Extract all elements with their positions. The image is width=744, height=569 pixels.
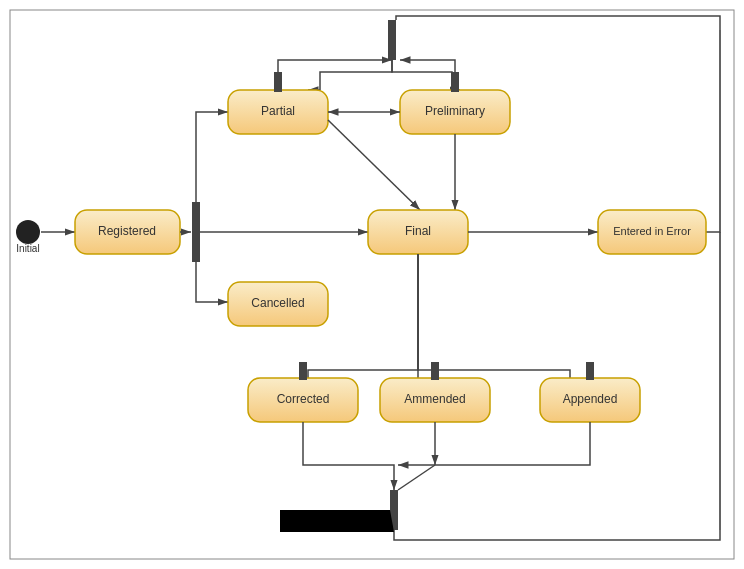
initial-label: Initial bbox=[16, 243, 39, 254]
label-entered-in-error: Entered in Error bbox=[613, 225, 691, 237]
tick-corrected bbox=[299, 362, 307, 380]
arrow-appended-bar3 bbox=[398, 422, 590, 465]
join-bar-1 bbox=[192, 202, 200, 262]
join-bar-2 bbox=[388, 20, 396, 60]
arrow-partial-final bbox=[328, 120, 420, 210]
label-corrected: Corrected bbox=[277, 392, 330, 406]
label-ammended: Ammended bbox=[404, 392, 465, 406]
arrow-preliminary-bar2 bbox=[400, 60, 455, 90]
arrow-final-appended bbox=[418, 254, 570, 395]
arrow-bar2-preliminary bbox=[392, 60, 460, 90]
tick-ammended bbox=[431, 362, 439, 380]
arrow-bar1-cancelled bbox=[196, 262, 228, 302]
label-appended: Appended bbox=[563, 392, 618, 406]
svg-rect-4 bbox=[10, 10, 734, 559]
tick-appended bbox=[586, 362, 594, 380]
label-cancelled: Cancelled bbox=[251, 296, 304, 310]
arrow-ammended-bar3-2 bbox=[398, 465, 435, 490]
initial-state bbox=[16, 220, 40, 244]
arrow-bar2-partial bbox=[308, 60, 392, 90]
arrow-final-corrected bbox=[308, 254, 418, 395]
label-partial: Partial bbox=[261, 104, 295, 118]
label-final: Final bbox=[405, 224, 431, 238]
arrow-bar1-partial bbox=[196, 112, 228, 202]
arrow-partial-bar2 bbox=[278, 60, 392, 90]
placeholder bbox=[280, 510, 394, 532]
arrow-corrected-bar3 bbox=[303, 422, 394, 490]
label-preliminary: Preliminary bbox=[425, 104, 485, 118]
label-registered: Registered bbox=[98, 224, 156, 238]
diagram-container: Initial Registered Partial Prelimi bbox=[0, 0, 744, 569]
